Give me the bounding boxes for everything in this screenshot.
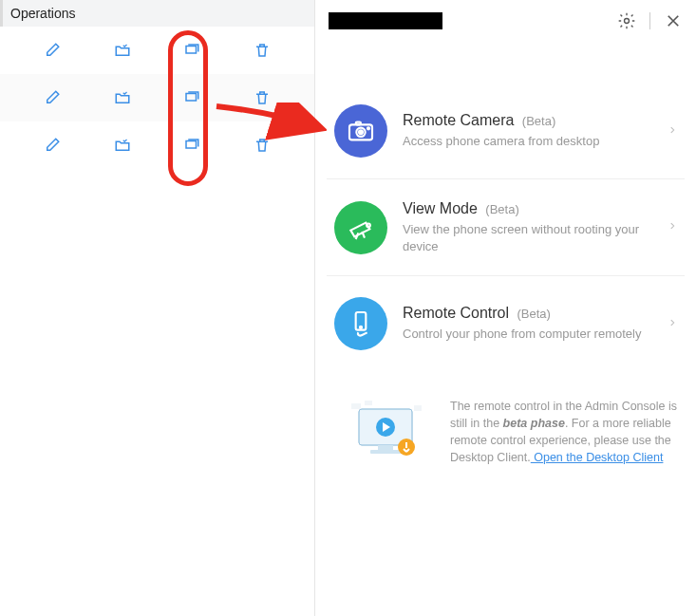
divider xyxy=(649,12,650,29)
trash-icon[interactable] xyxy=(253,136,272,155)
svg-point-3 xyxy=(625,19,630,24)
svg-rect-19 xyxy=(365,401,372,405)
beta-tag: (Beta) xyxy=(522,114,555,128)
edit-icon[interactable] xyxy=(43,136,62,155)
device-name-redacted xyxy=(329,12,442,29)
feature-list: Remote Camera (Beta) Access phone camera… xyxy=(315,40,696,371)
svg-rect-16 xyxy=(370,450,401,454)
operations-row xyxy=(0,74,314,121)
svg-point-8 xyxy=(367,127,369,129)
folder-icon[interactable] xyxy=(113,136,132,155)
folder-icon[interactable] xyxy=(113,41,132,60)
gear-icon[interactable] xyxy=(617,11,636,30)
edit-icon[interactable] xyxy=(43,88,62,107)
feature-remote-camera[interactable]: Remote Camera (Beta) Access phone camera… xyxy=(327,59,685,179)
close-icon[interactable] xyxy=(664,11,683,30)
feature-description: View the phone screen without rooting yo… xyxy=(403,221,652,254)
notice-text: The remote control in the Admin Console … xyxy=(450,398,679,467)
window-icon[interactable] xyxy=(182,41,201,60)
device-detail-panel: Remote Camera (Beta) Access phone camera… xyxy=(315,0,696,616)
feature-body: Remote Camera (Beta) Access phone camera… xyxy=(387,112,668,150)
svg-rect-1 xyxy=(186,94,197,102)
beta-phase-label: beta phase xyxy=(503,417,565,430)
beta-tag: (Beta) xyxy=(485,202,518,216)
open-desktop-client-link[interactable]: Open the Desktop Client xyxy=(531,451,664,464)
telescope-icon xyxy=(334,201,387,254)
feature-description: Control your phone from computer remotel… xyxy=(403,326,652,343)
window-icon[interactable] xyxy=(182,136,201,155)
trash-icon[interactable] xyxy=(253,41,272,60)
operations-row xyxy=(0,27,314,74)
feature-remote-control[interactable]: Remote Control (Beta) Control your phone… xyxy=(327,276,685,371)
svg-rect-2 xyxy=(186,141,197,149)
feature-title: Remote Control (Beta) xyxy=(403,305,652,322)
chevron-right-icon xyxy=(668,218,677,236)
feature-description: Access phone camera from desktop xyxy=(403,133,652,150)
operations-title: Operations xyxy=(10,6,75,21)
svg-rect-0 xyxy=(186,47,197,54)
svg-rect-7 xyxy=(356,122,361,125)
camera-icon xyxy=(334,104,387,158)
chevron-right-icon xyxy=(668,122,677,140)
svg-rect-18 xyxy=(351,403,361,409)
window-icon[interactable] xyxy=(182,88,201,107)
operations-panel: Operations xyxy=(0,0,315,616)
operations-rows xyxy=(0,27,314,169)
feature-view-mode[interactable]: View Mode (Beta) View the phone screen w… xyxy=(327,179,685,276)
operations-row xyxy=(0,121,314,169)
chevron-right-icon xyxy=(668,315,677,333)
svg-rect-15 xyxy=(378,445,393,450)
panel-header xyxy=(315,9,696,40)
folder-icon[interactable] xyxy=(113,88,132,107)
beta-tag: (Beta) xyxy=(517,307,551,321)
beta-notice: The remote control in the Admin Console … xyxy=(315,371,696,486)
desktop-illustration-icon xyxy=(342,398,433,466)
svg-point-6 xyxy=(359,130,363,134)
feature-body: Remote Control (Beta) Control your phone… xyxy=(387,305,668,343)
header-actions xyxy=(617,11,683,30)
phone-hand-icon xyxy=(334,297,387,350)
svg-point-11 xyxy=(360,327,362,328)
feature-title: View Mode (Beta) xyxy=(403,200,652,217)
svg-rect-20 xyxy=(414,405,422,411)
edit-icon[interactable] xyxy=(43,41,62,60)
trash-icon[interactable] xyxy=(253,88,272,107)
feature-body: View Mode (Beta) View the phone screen w… xyxy=(387,200,668,254)
operations-header: Operations xyxy=(0,0,314,27)
feature-title: Remote Camera (Beta) xyxy=(403,112,652,129)
